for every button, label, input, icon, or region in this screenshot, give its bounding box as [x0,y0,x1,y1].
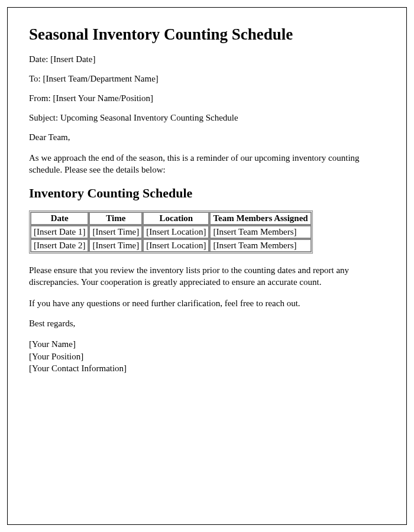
subject-line: Subject: Upcoming Seasonal Inventory Cou… [29,113,385,123]
cell-location: [Insert Location] [143,226,209,238]
schedule-heading: Inventory Counting Schedule [29,186,385,201]
document-page: Seasonal Inventory Counting Schedule Dat… [7,7,407,525]
from-line: From: [Insert Your Name/Position] [29,93,385,103]
signature-name: [Your Name] [29,338,385,350]
cell-team: [Insert Team Members] [210,226,310,238]
header-team: Team Members Assigned [210,212,310,225]
table-row: [Insert Date 2] [Insert Time] [Insert Lo… [31,239,311,252]
cell-location: [Insert Location] [143,239,209,252]
cell-date: [Insert Date 1] [31,226,88,238]
salutation: Dear Team, [29,132,385,142]
header-time: Time [89,212,142,225]
signature-contact: [Your Contact Information] [29,362,385,374]
cell-time: [Insert Time] [89,226,142,238]
review-paragraph: Please ensure that you review the invent… [29,264,385,288]
cell-date: [Insert Date 2] [31,239,88,252]
table-row: [Insert Date 1] [Insert Time] [Insert Lo… [31,226,311,238]
questions-paragraph: If you have any questions or need furthe… [29,297,385,309]
cell-team: [Insert Team Members] [210,239,310,252]
closing: Best regards, [29,319,385,329]
table-header-row: Date Time Location Team Members Assigned [31,212,311,225]
document-title: Seasonal Inventory Counting Schedule [29,25,385,44]
signature-position: [Your Position] [29,351,385,362]
intro-paragraph: As we approach the end of the season, th… [29,152,385,176]
header-location: Location [143,212,209,225]
date-line: Date: [Insert Date] [29,54,385,64]
header-date: Date [31,212,88,225]
to-line: To: [Insert Team/Department Name] [29,74,385,84]
signature-block: [Your Name] [Your Position] [Your Contac… [29,338,385,374]
schedule-table: Date Time Location Team Members Assigned… [29,210,313,254]
cell-time: [Insert Time] [89,239,142,252]
